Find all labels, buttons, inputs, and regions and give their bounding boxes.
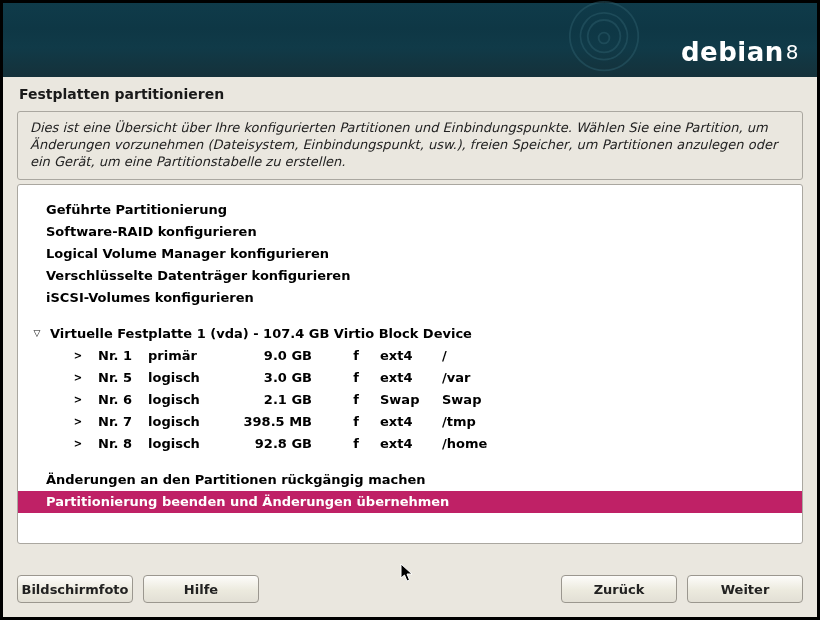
brand-name: debian [681,37,784,67]
partition-row[interactable]: > Nr. 6 logisch 2.1 GB f Swap Swap [18,389,802,411]
partition-row[interactable]: > Nr. 7 logisch 398.5 MB f ext4 /tmp [18,411,802,433]
chevron-right-icon: > [58,351,98,361]
menu-crypt[interactable]: Verschlüsselte Datenträger konfigurieren [18,265,802,287]
brand-logo: debian8 [681,37,799,67]
partition-row[interactable]: > Nr. 8 logisch 92.8 GB f ext4 /home [18,433,802,455]
svg-point-0 [599,33,610,44]
chevron-right-icon: > [58,439,98,449]
menu-raid[interactable]: Software-RAID konfigurieren [18,221,802,243]
disk-header[interactable]: ▽ Virtuelle Festplatte 1 (vda) - 107.4 G… [18,323,802,345]
menu-iscsi[interactable]: iSCSI-Volumes konfigurieren [18,287,802,309]
chevron-down-icon: ▽ [28,329,46,338]
chevron-right-icon: > [58,417,98,427]
partition-row[interactable]: > Nr. 1 primär 9.0 GB f ext4 / [18,345,802,367]
button-row: Bildschirmfoto Hilfe Zurück Weiter [3,575,817,603]
back-button[interactable]: Zurück [561,575,677,603]
screenshot-button[interactable]: Bildschirmfoto [17,575,133,603]
brand-version: 8 [786,40,799,64]
page-title: Festplatten partitionieren [3,77,817,105]
action-finish[interactable]: Partitionierung beenden und Änderungen ü… [18,491,802,513]
action-undo[interactable]: Änderungen an den Partitionen rückgängig… [18,469,802,491]
description-box: Dies ist eine Übersicht über Ihre konfig… [17,111,803,180]
partition-row[interactable]: > Nr. 5 logisch 3.0 GB f ext4 /var [18,367,802,389]
menu-guided[interactable]: Geführte Partitionierung [18,199,802,221]
continue-button[interactable]: Weiter [687,575,803,603]
chevron-right-icon: > [58,373,98,383]
chevron-right-icon: > [58,395,98,405]
installer-header: debian8 [3,3,817,77]
debian-swirl-icon [559,0,649,83]
menu-lvm[interactable]: Logical Volume Manager konfigurieren [18,243,802,265]
partition-list: Geführte Partitionierung Software-RAID k… [17,184,803,544]
help-button[interactable]: Hilfe [143,575,259,603]
